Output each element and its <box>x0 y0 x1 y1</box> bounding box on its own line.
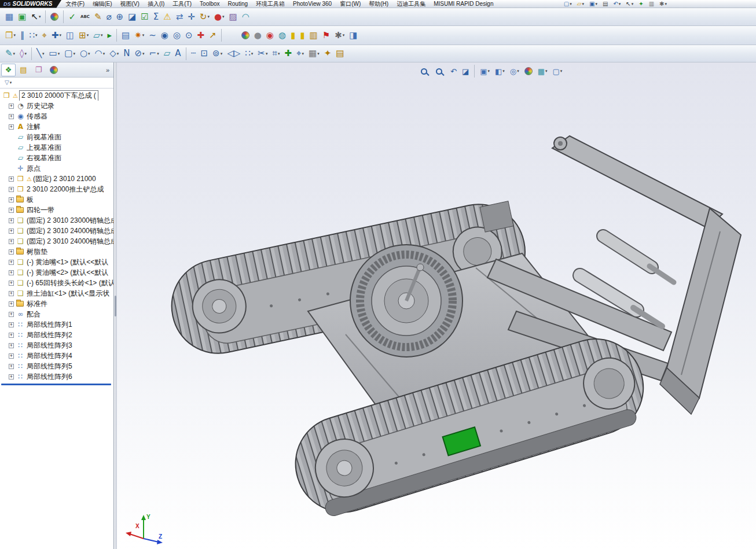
model-canvas[interactable] <box>117 62 756 549</box>
quick-snaps-icon[interactable]: ⌖▾ <box>294 47 306 61</box>
zoom-area-icon[interactable] <box>433 64 447 78</box>
appearance-target-icon[interactable]: ◉ <box>264 28 276 42</box>
spell-check-icon[interactable]: ✓ <box>66 10 78 24</box>
caret-icon[interactable]: ▾ <box>619 2 621 6</box>
tree-item[interactable]: +∷局部线性阵列2 <box>0 330 113 340</box>
tree-expand-icon[interactable]: + <box>9 229 14 234</box>
fillet-icon[interactable]: ⌐▾ <box>147 47 162 61</box>
eraser-icon[interactable]: ◊▾ <box>17 47 29 61</box>
curvature-icon[interactable]: ◠ <box>240 10 252 24</box>
explode-lines-icon[interactable]: ~ <box>146 28 159 42</box>
menu-item[interactable]: 环境工具箱 <box>252 0 289 8</box>
view-settings-icon[interactable]: ▢▾ <box>551 64 565 78</box>
tree-item[interactable]: +∷局部线性阵列5 <box>0 361 113 371</box>
tree-item[interactable]: +∷局部线性阵列6 <box>0 371 113 382</box>
tree-expand-icon[interactable]: + <box>9 197 14 202</box>
grid-icon[interactable]: ▦▾ <box>306 47 322 61</box>
gear-icon[interactable]: ✱▾ <box>332 28 347 42</box>
caret-icon[interactable]: ▾ <box>488 69 490 73</box>
plane-icon[interactable]: ▱ <box>162 47 173 61</box>
tree-item[interactable]: ▱上视基准面 <box>0 142 113 153</box>
mirror-entities-icon[interactable]: ◁▷ <box>225 47 243 61</box>
sketch-picture-icon[interactable]: ▤ <box>333 47 346 61</box>
file-properties-icon[interactable]: ▥ <box>647 0 656 8</box>
edit-appearance-icon[interactable] <box>522 64 535 78</box>
tab-featuremanager[interactable]: ❖ <box>1 64 16 76</box>
caret-icon[interactable]: ▾ <box>13 51 16 56</box>
menu-item[interactable]: 文件(F) <box>61 0 89 8</box>
tree-expand-icon[interactable]: + <box>9 343 14 348</box>
rollback-bar[interactable] <box>1 384 111 385</box>
move-component-icon[interactable]: ✚▾ <box>49 28 64 42</box>
appearance-copy-icon[interactable]: ● <box>252 28 264 42</box>
caret-icon[interactable]: ▾ <box>207 14 210 19</box>
tree-item[interactable]: ▱前视基准面 <box>0 132 113 142</box>
line-icon[interactable]: ╲▾ <box>34 47 47 61</box>
arc-icon[interactable]: ◠▾ <box>93 47 108 61</box>
apply-scene-icon[interactable]: ▦▾ <box>535 64 550 78</box>
previous-view-icon[interactable]: ↶ <box>448 64 459 78</box>
rebuild-icon[interactable]: ✦ <box>636 0 645 8</box>
caret-icon[interactable]: ▾ <box>101 33 103 38</box>
ellipse-icon[interactable]: ⊘▾ <box>133 47 147 61</box>
caret-icon[interactable]: ▾ <box>317 51 320 56</box>
caret-icon[interactable]: ▾ <box>58 51 60 56</box>
assemblyxpert-icon[interactable]: ✚ <box>195 28 207 42</box>
tree-expand-icon[interactable]: + <box>9 312 14 317</box>
tree-expand-icon[interactable]: + <box>9 187 14 192</box>
zoom-fit-icon[interactable] <box>418 64 432 78</box>
rectangle-icon[interactable]: ▭▾ <box>47 47 63 61</box>
tree-item[interactable]: +四轮一带 <box>0 205 113 215</box>
section-view-icon[interactable]: ◪ <box>460 64 471 78</box>
caret-icon[interactable]: ▾ <box>222 14 225 19</box>
caret-icon[interactable]: ▾ <box>39 14 41 19</box>
menu-item[interactable]: MISUMI RAPID Design <box>430 1 497 7</box>
tree-item[interactable]: +❑(-) 65回转接头长岭<1> (默认 <box>0 278 113 288</box>
exploded-view-icon[interactable]: ✷▾ <box>132 28 146 42</box>
convert-entities-icon[interactable]: ⊡ <box>199 47 211 61</box>
modify-sketch-icon[interactable]: ✦ <box>322 47 334 61</box>
slot-icon[interactable]: ▢▾ <box>62 47 78 61</box>
design-library-icon[interactable]: ▥ <box>307 28 320 42</box>
filter-funnel-icon[interactable]: ▽ ▾ <box>2 76 14 90</box>
tab-displaymanager[interactable] <box>46 64 61 76</box>
reference-geometry-icon[interactable]: ▱▾ <box>91 28 105 42</box>
sketch-icon[interactable]: ✎▾ <box>3 47 17 61</box>
caret-icon[interactable]: ▾ <box>60 33 62 38</box>
hole-alignment-icon[interactable]: ⊙ <box>183 28 195 42</box>
tree-expand-icon[interactable]: + <box>9 291 14 296</box>
tree-item[interactable]: +❑(固定) 2 3010 24000销轴总成 <box>0 226 113 236</box>
splitter-handle[interactable] <box>115 296 116 316</box>
menu-item[interactable]: 工具(T) <box>168 0 196 8</box>
move-rotate-icon[interactable]: ✛ <box>185 10 197 24</box>
text-icon[interactable]: A <box>173 47 183 61</box>
caret-icon[interactable]: ▾ <box>142 51 145 56</box>
display-relations-icon[interactable]: ⌗▾ <box>270 47 282 61</box>
display-style-icon[interactable]: ◧▾ <box>493 64 507 78</box>
tree-item[interactable]: +树脂垫 <box>0 246 113 257</box>
model-hydraulic-cylinder-2[interactable] <box>603 236 674 282</box>
texture-icon[interactable]: ▨ <box>227 10 240 24</box>
new-document-icon[interactable]: ▢▾ <box>562 0 574 8</box>
format-painter-icon[interactable]: ✎ <box>92 10 104 24</box>
tree-expand-icon[interactable]: + <box>9 333 14 338</box>
tree-item[interactable]: +❒2 3010 22000推土铲总成 <box>0 184 113 194</box>
offset-entities-icon[interactable]: ⊚▾ <box>210 47 225 61</box>
caret-icon[interactable]: ▾ <box>545 69 548 73</box>
tree-expand-icon[interactable]: + <box>9 218 14 223</box>
menu-item[interactable]: 帮助(H) <box>365 0 392 8</box>
tree-item[interactable]: +❒⚠(固定) 2 3010 21000 <box>0 174 113 184</box>
tree-item[interactable]: +❑(固定) 2 3010 23000销轴总成 <box>0 215 113 226</box>
linear-sketch-pattern-icon[interactable]: ∷▾ <box>243 47 255 61</box>
caret-icon[interactable]: ▾ <box>278 51 280 56</box>
smart-fasteners-icon[interactable]: ⌖ <box>40 28 49 42</box>
tree-item[interactable]: +∷局部线性阵列3 <box>0 340 113 351</box>
component-pattern-icon[interactable]: ∷▾ <box>27 28 39 42</box>
clearance-verification-icon[interactable]: ◎ <box>171 28 183 42</box>
viewport-layout-icon[interactable]: ▦ <box>3 10 16 24</box>
caret-icon[interactable]: ▾ <box>517 69 519 73</box>
tree-expand-icon[interactable]: + <box>9 176 14 182</box>
menu-item[interactable]: 编辑(E) <box>89 0 116 8</box>
tree-expand-icon[interactable]: + <box>9 104 14 109</box>
edit-color-icon[interactable]: ●▾ <box>212 10 227 24</box>
